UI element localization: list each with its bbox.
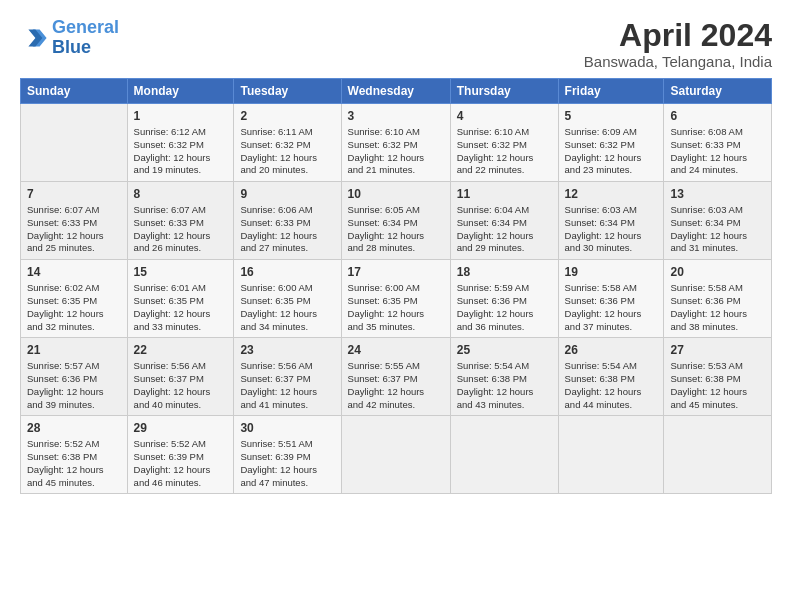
day-info: Sunrise: 6:12 AM Sunset: 6:32 PM Dayligh… [134,126,228,177]
calendar-cell: 4Sunrise: 6:10 AM Sunset: 6:32 PM Daylig… [450,104,558,182]
col-saturday: Saturday [664,79,772,104]
day-number: 14 [27,264,121,281]
day-number: 12 [565,186,658,203]
day-info: Sunrise: 6:01 AM Sunset: 6:35 PM Dayligh… [134,282,228,333]
calendar-cell: 2Sunrise: 6:11 AM Sunset: 6:32 PM Daylig… [234,104,341,182]
page: General Blue April 2024 Banswada, Telang… [0,0,792,612]
day-number: 28 [27,420,121,437]
day-info: Sunrise: 5:53 AM Sunset: 6:38 PM Dayligh… [670,360,765,411]
day-info: Sunrise: 6:10 AM Sunset: 6:32 PM Dayligh… [348,126,444,177]
calendar-cell: 22Sunrise: 5:56 AM Sunset: 6:37 PM Dayli… [127,338,234,416]
day-info: Sunrise: 6:06 AM Sunset: 6:33 PM Dayligh… [240,204,334,255]
day-number: 10 [348,186,444,203]
header-row: Sunday Monday Tuesday Wednesday Thursday… [21,79,772,104]
day-info: Sunrise: 5:59 AM Sunset: 6:36 PM Dayligh… [457,282,552,333]
day-number: 25 [457,342,552,359]
logo-text: General Blue [52,18,119,58]
calendar-cell: 12Sunrise: 6:03 AM Sunset: 6:34 PM Dayli… [558,182,664,260]
title-block: April 2024 Banswada, Telangana, India [584,18,772,70]
calendar-cell [558,416,664,494]
day-info: Sunrise: 5:56 AM Sunset: 6:37 PM Dayligh… [240,360,334,411]
calendar-cell [21,104,128,182]
day-number: 15 [134,264,228,281]
calendar-cell: 6Sunrise: 6:08 AM Sunset: 6:33 PM Daylig… [664,104,772,182]
calendar-cell: 18Sunrise: 5:59 AM Sunset: 6:36 PM Dayli… [450,260,558,338]
day-number: 6 [670,108,765,125]
calendar-cell: 30Sunrise: 5:51 AM Sunset: 6:39 PM Dayli… [234,416,341,494]
calendar-cell: 11Sunrise: 6:04 AM Sunset: 6:34 PM Dayli… [450,182,558,260]
col-wednesday: Wednesday [341,79,450,104]
day-info: Sunrise: 5:52 AM Sunset: 6:39 PM Dayligh… [134,438,228,489]
day-info: Sunrise: 6:07 AM Sunset: 6:33 PM Dayligh… [134,204,228,255]
day-number: 29 [134,420,228,437]
calendar-cell: 1Sunrise: 6:12 AM Sunset: 6:32 PM Daylig… [127,104,234,182]
calendar-cell: 28Sunrise: 5:52 AM Sunset: 6:38 PM Dayli… [21,416,128,494]
week-row-2: 14Sunrise: 6:02 AM Sunset: 6:35 PM Dayli… [21,260,772,338]
day-info: Sunrise: 6:10 AM Sunset: 6:32 PM Dayligh… [457,126,552,177]
day-number: 23 [240,342,334,359]
day-info: Sunrise: 5:51 AM Sunset: 6:39 PM Dayligh… [240,438,334,489]
header: General Blue April 2024 Banswada, Telang… [20,18,772,70]
day-info: Sunrise: 6:05 AM Sunset: 6:34 PM Dayligh… [348,204,444,255]
day-number: 17 [348,264,444,281]
calendar-cell: 17Sunrise: 6:00 AM Sunset: 6:35 PM Dayli… [341,260,450,338]
day-info: Sunrise: 6:11 AM Sunset: 6:32 PM Dayligh… [240,126,334,177]
calendar-body: 1Sunrise: 6:12 AM Sunset: 6:32 PM Daylig… [21,104,772,494]
day-info: Sunrise: 6:03 AM Sunset: 6:34 PM Dayligh… [670,204,765,255]
calendar-cell: 9Sunrise: 6:06 AM Sunset: 6:33 PM Daylig… [234,182,341,260]
week-row-1: 7Sunrise: 6:07 AM Sunset: 6:33 PM Daylig… [21,182,772,260]
calendar-cell: 26Sunrise: 5:54 AM Sunset: 6:38 PM Dayli… [558,338,664,416]
calendar-cell: 14Sunrise: 6:02 AM Sunset: 6:35 PM Dayli… [21,260,128,338]
day-number: 3 [348,108,444,125]
calendar-cell: 27Sunrise: 5:53 AM Sunset: 6:38 PM Dayli… [664,338,772,416]
day-number: 13 [670,186,765,203]
day-number: 9 [240,186,334,203]
day-number: 7 [27,186,121,203]
day-info: Sunrise: 5:55 AM Sunset: 6:37 PM Dayligh… [348,360,444,411]
col-tuesday: Tuesday [234,79,341,104]
calendar-cell: 8Sunrise: 6:07 AM Sunset: 6:33 PM Daylig… [127,182,234,260]
calendar-cell: 23Sunrise: 5:56 AM Sunset: 6:37 PM Dayli… [234,338,341,416]
calendar-cell: 16Sunrise: 6:00 AM Sunset: 6:35 PM Dayli… [234,260,341,338]
week-row-3: 21Sunrise: 5:57 AM Sunset: 6:36 PM Dayli… [21,338,772,416]
col-monday: Monday [127,79,234,104]
day-info: Sunrise: 5:56 AM Sunset: 6:37 PM Dayligh… [134,360,228,411]
day-info: Sunrise: 5:58 AM Sunset: 6:36 PM Dayligh… [670,282,765,333]
day-info: Sunrise: 6:00 AM Sunset: 6:35 PM Dayligh… [348,282,444,333]
day-number: 1 [134,108,228,125]
calendar-cell [341,416,450,494]
day-number: 18 [457,264,552,281]
main-title: April 2024 [584,18,772,53]
subtitle: Banswada, Telangana, India [584,53,772,70]
day-info: Sunrise: 5:54 AM Sunset: 6:38 PM Dayligh… [457,360,552,411]
day-info: Sunrise: 6:07 AM Sunset: 6:33 PM Dayligh… [27,204,121,255]
day-info: Sunrise: 5:52 AM Sunset: 6:38 PM Dayligh… [27,438,121,489]
week-row-4: 28Sunrise: 5:52 AM Sunset: 6:38 PM Dayli… [21,416,772,494]
calendar-cell: 25Sunrise: 5:54 AM Sunset: 6:38 PM Dayli… [450,338,558,416]
calendar-cell: 19Sunrise: 5:58 AM Sunset: 6:36 PM Dayli… [558,260,664,338]
day-info: Sunrise: 5:58 AM Sunset: 6:36 PM Dayligh… [565,282,658,333]
calendar-cell: 21Sunrise: 5:57 AM Sunset: 6:36 PM Dayli… [21,338,128,416]
col-friday: Friday [558,79,664,104]
day-info: Sunrise: 6:09 AM Sunset: 6:32 PM Dayligh… [565,126,658,177]
day-number: 19 [565,264,658,281]
day-number: 2 [240,108,334,125]
day-info: Sunrise: 6:04 AM Sunset: 6:34 PM Dayligh… [457,204,552,255]
week-row-0: 1Sunrise: 6:12 AM Sunset: 6:32 PM Daylig… [21,104,772,182]
calendar-cell [664,416,772,494]
day-info: Sunrise: 5:57 AM Sunset: 6:36 PM Dayligh… [27,360,121,411]
day-info: Sunrise: 6:08 AM Sunset: 6:33 PM Dayligh… [670,126,765,177]
logo: General Blue [20,18,119,58]
calendar-cell: 3Sunrise: 6:10 AM Sunset: 6:32 PM Daylig… [341,104,450,182]
day-number: 24 [348,342,444,359]
calendar-cell [450,416,558,494]
day-number: 20 [670,264,765,281]
calendar-cell: 24Sunrise: 5:55 AM Sunset: 6:37 PM Dayli… [341,338,450,416]
day-info: Sunrise: 6:03 AM Sunset: 6:34 PM Dayligh… [565,204,658,255]
calendar-cell: 10Sunrise: 6:05 AM Sunset: 6:34 PM Dayli… [341,182,450,260]
day-number: 16 [240,264,334,281]
day-number: 8 [134,186,228,203]
calendar-cell: 5Sunrise: 6:09 AM Sunset: 6:32 PM Daylig… [558,104,664,182]
logo-icon [20,24,48,52]
day-number: 11 [457,186,552,203]
